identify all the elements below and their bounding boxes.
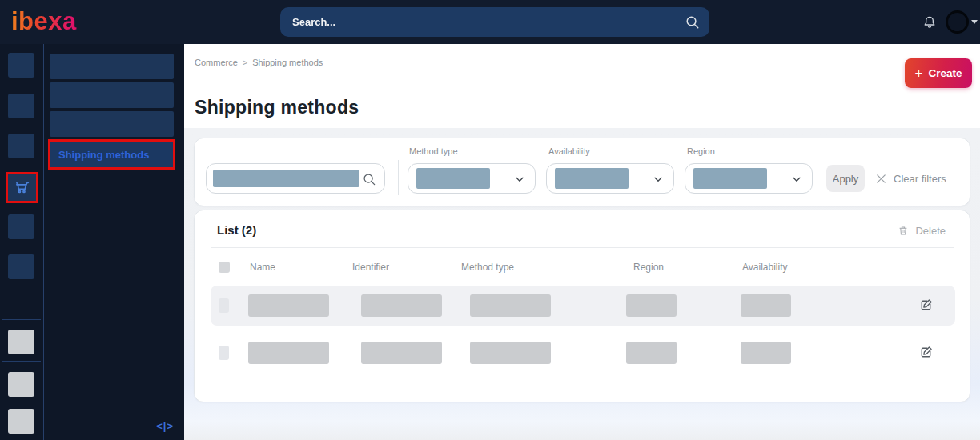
close-icon — [875, 173, 887, 185]
placeholder-block — [248, 294, 329, 317]
row-checkbox[interactable] — [219, 298, 229, 313]
availability-select[interactable] — [546, 163, 674, 194]
region-label: Region — [687, 146, 715, 156]
select-all-checkbox[interactable] — [219, 262, 230, 273]
menu-item-1[interactable] — [50, 54, 174, 79]
chevron-down-icon — [791, 174, 802, 185]
placeholder-block — [555, 168, 629, 189]
menu-item-label: Shipping methods — [58, 149, 149, 161]
page-title: Shipping methods — [195, 97, 359, 118]
chevron-down-icon — [514, 174, 525, 185]
placeholder-block — [248, 342, 329, 364]
menu-item-shipping-methods[interactable]: Shipping methods — [48, 139, 175, 170]
row-checkbox[interactable] — [219, 346, 229, 360]
edit-icon — [918, 345, 934, 360]
placeholder-block — [361, 294, 442, 317]
breadcrumb-commerce[interactable]: Commerce — [195, 58, 238, 67]
method-type-label: Method type — [409, 146, 458, 156]
sidebar-item-6[interactable] — [8, 254, 34, 279]
placeholder-block — [626, 294, 677, 317]
placeholder-block — [741, 294, 791, 317]
ibexa-logo[interactable]: ibexa — [11, 6, 77, 37]
rail-divider — [2, 319, 41, 320]
plus-icon: + — [915, 66, 923, 80]
placeholder-block — [416, 168, 490, 189]
menu-item-3[interactable] — [50, 111, 174, 137]
delete-button[interactable]: Delete — [897, 224, 946, 238]
method-type-select[interactable] — [408, 163, 536, 194]
column-header-availability[interactable]: Availability — [742, 262, 787, 273]
notifications-bell-icon[interactable] — [922, 14, 938, 32]
breadcrumb-shipping-methods: Shipping methods — [252, 58, 323, 67]
user-avatar[interactable] — [946, 10, 969, 34]
region-select[interactable] — [685, 163, 813, 194]
sidebar-item-commerce-highlighted[interactable] — [6, 172, 38, 203]
column-header-identifier[interactable]: Identifier — [352, 262, 389, 273]
sidebar-bottom-item-3[interactable] — [8, 409, 34, 434]
table-row[interactable] — [211, 286, 955, 326]
placeholder-block — [361, 342, 442, 364]
rail-divider — [2, 361, 41, 362]
apply-button[interactable]: Apply — [826, 165, 865, 192]
app-window: ibexa — [0, 0, 980, 440]
sidebar-item-2[interactable] — [8, 94, 34, 118]
sidebar-item-3[interactable] — [8, 134, 34, 158]
create-button[interactable]: + Create — [905, 58, 972, 88]
placeholder-block — [470, 342, 551, 364]
delete-button-label: Delete — [915, 225, 946, 237]
user-menu-caret-icon[interactable] — [971, 20, 978, 24]
table-row[interactable] — [211, 333, 955, 373]
placeholder-block — [470, 294, 551, 317]
placeholder-block — [741, 342, 791, 364]
top-bar: ibexa — [0, 0, 980, 44]
filter-divider — [398, 160, 399, 195]
sidebar-bottom-item-1[interactable] — [8, 330, 34, 354]
placeholder-block — [213, 170, 359, 187]
sidebar-bottom-item-2[interactable] — [8, 372, 34, 397]
edit-button[interactable] — [918, 345, 934, 360]
breadcrumb: Commerce > Shipping methods — [195, 58, 323, 67]
sidebar-item-5[interactable] — [8, 214, 34, 239]
search-icon[interactable] — [685, 14, 700, 30]
sidebar-item-1[interactable] — [8, 53, 34, 78]
shopping-cart-icon — [13, 178, 31, 197]
clear-filters-button[interactable]: Clear filters — [875, 165, 946, 192]
column-header-region[interactable]: Region — [633, 262, 664, 273]
list-header-divider — [211, 247, 954, 248]
breadcrumb-separator: > — [243, 58, 247, 67]
clear-filters-label: Clear filters — [894, 173, 946, 185]
placeholder-block — [626, 342, 677, 364]
column-header-name[interactable]: Name — [250, 262, 275, 273]
global-search — [280, 7, 709, 37]
availability-label: Availability — [548, 146, 590, 156]
shipping-methods-list: List (2) Delete Name Identifier Method t… — [194, 210, 970, 402]
chevron-down-icon — [653, 174, 664, 185]
create-button-label: Create — [928, 67, 962, 79]
filter-search-input[interactable] — [206, 163, 385, 194]
edit-icon — [918, 298, 934, 313]
menu-panel: Shipping methods <|> — [44, 44, 184, 440]
menu-item-2[interactable] — [50, 82, 174, 108]
panel-collapse-icon[interactable]: <|> — [156, 420, 174, 432]
global-search-input[interactable] — [280, 7, 709, 37]
search-icon[interactable] — [362, 172, 376, 186]
main-content: Commerce > Shipping methods + Create Shi… — [184, 44, 980, 440]
edit-button[interactable] — [918, 298, 934, 313]
filters-bar: Method type Availability Region — [194, 138, 970, 206]
list-title: List (2) — [217, 223, 256, 237]
column-header-method-type[interactable]: Method type — [461, 262, 514, 273]
placeholder-block — [693, 168, 767, 189]
trash-icon — [897, 224, 910, 238]
sidebar-icon-rail — [0, 44, 44, 440]
